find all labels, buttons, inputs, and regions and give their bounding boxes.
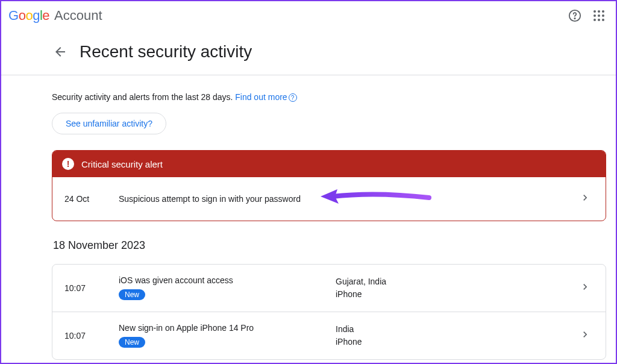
header-actions <box>568 8 606 23</box>
event-right: India iPhone <box>336 323 362 348</box>
help-inline-icon[interactable]: ? <box>289 93 297 102</box>
critical-alert-card: ! Critical security alert 24 Oct Suspici… <box>52 150 606 221</box>
account-label: Account <box>54 8 102 24</box>
description-row: Security activity and alerts from the la… <box>52 92 606 102</box>
event-time: 10:07 <box>64 331 119 340</box>
alert-date: 24 Oct <box>64 194 119 204</box>
svg-point-1 <box>574 18 575 19</box>
apps-icon[interactable] <box>592 8 606 23</box>
title-row: Recent security activity <box>1 30 616 75</box>
event-left: New sign-in on Apple iPhone 14 Pro New <box>119 323 336 348</box>
event-main: New sign-in on Apple iPhone 14 Pro New I… <box>119 323 579 348</box>
alert-banner: ! Critical security alert <box>52 151 606 177</box>
chevron-right-icon <box>579 281 594 295</box>
new-badge: New <box>119 337 145 348</box>
google-logo: Google <box>8 8 49 24</box>
event-row[interactable]: 10:07 New sign-in on Apple iPhone 14 Pro… <box>52 312 606 359</box>
event-time: 10:07 <box>64 283 119 293</box>
new-badge: New <box>119 289 145 300</box>
unfamiliar-activity-button[interactable]: See unfamiliar activity? <box>52 113 166 134</box>
event-title: New sign-in on Apple iPhone 14 Pro <box>119 323 336 333</box>
alert-row[interactable]: 24 Oct Suspicious attempt to sign in wit… <box>52 177 606 221</box>
event-location: India <box>336 323 362 336</box>
events-card: 10:07 iOS was given account access New G… <box>52 264 606 360</box>
chevron-right-icon <box>579 328 594 343</box>
event-right: Gujarat, India iPhone <box>336 275 386 301</box>
event-left: iOS was given account access New <box>119 275 336 301</box>
event-main: iOS was given account access New Gujarat… <box>119 275 579 301</box>
event-location: Gujarat, India <box>336 275 386 288</box>
event-title: iOS was given account access <box>119 275 336 285</box>
section-date-heading: 18 November 2023 <box>52 239 606 252</box>
main-content: Security activity and alerts from the la… <box>1 75 616 360</box>
event-device: iPhone <box>336 288 386 301</box>
event-device: iPhone <box>336 336 362 348</box>
event-row[interactable]: 10:07 iOS was given account access New G… <box>52 265 606 312</box>
alert-banner-label: Critical security alert <box>81 159 163 169</box>
logo-area: Google Account <box>8 8 102 24</box>
app-header: Google Account <box>1 1 616 30</box>
alert-icon: ! <box>62 158 74 170</box>
chevron-right-icon <box>579 192 594 206</box>
find-out-more-link[interactable]: Find out more <box>235 92 287 102</box>
help-icon[interactable] <box>568 8 582 23</box>
page-title: Recent security activity <box>80 42 252 61</box>
alert-text: Suspicious attempt to sign in with your … <box>119 194 579 204</box>
description-text: Security activity and alerts from the la… <box>52 92 235 102</box>
back-button[interactable] <box>53 45 67 59</box>
